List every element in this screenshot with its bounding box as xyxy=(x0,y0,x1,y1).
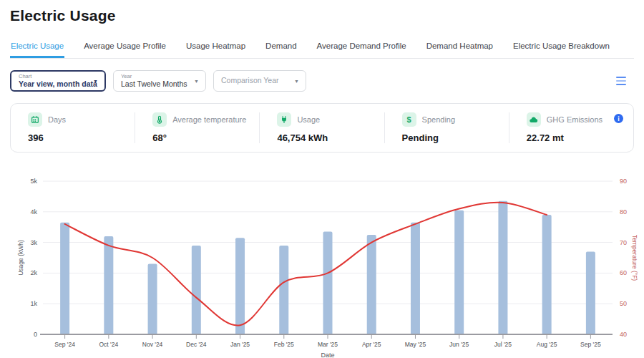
svg-text:3k: 3k xyxy=(30,239,37,246)
dollar-icon: $ xyxy=(402,112,416,127)
stat-label: GHG Emissions xyxy=(547,115,602,124)
stat-spending: $ Spending Pending xyxy=(384,112,509,143)
info-icon[interactable]: i xyxy=(614,114,623,123)
plug-icon xyxy=(277,112,291,127)
tab-electric-usage-breakdown[interactable]: Electric Usage Breakdown xyxy=(512,39,610,58)
svg-text:Jul '25: Jul '25 xyxy=(494,341,512,348)
svg-text:Sep '25: Sep '25 xyxy=(580,341,601,348)
svg-text:Nov '24: Nov '24 xyxy=(142,341,163,348)
svg-text:40: 40 xyxy=(620,331,627,338)
comparison-year-placeholder: Comparison Year xyxy=(221,76,287,85)
chart-select-label: Chart xyxy=(19,73,86,79)
svg-text:May '25: May '25 xyxy=(405,341,426,348)
stat-average-temperature: Average temperature 68° xyxy=(135,112,259,143)
tab-bar: Electric Usage Average Usage Profile Usa… xyxy=(10,39,634,59)
svg-text:Date: Date xyxy=(321,352,334,358)
svg-text:70: 70 xyxy=(620,239,627,246)
summary-stats: Days 396 Average temperature 68° Usage 4… xyxy=(10,103,634,153)
chart-type-select[interactable]: Chart Year view, month data ▼ xyxy=(10,70,106,92)
svg-text:Sep '24: Sep '24 xyxy=(54,341,75,348)
stat-label: Days xyxy=(48,115,66,124)
stat-usage: Usage 46,754 kWh xyxy=(259,112,384,143)
thermometer-icon xyxy=(152,112,167,127)
svg-text:90: 90 xyxy=(620,178,627,185)
tab-average-demand-profile[interactable]: Average Demand Profile xyxy=(316,39,407,58)
svg-text:Apr '25: Apr '25 xyxy=(362,341,381,348)
chart-select-value: Year view, month data xyxy=(19,79,86,89)
stat-ghg-emissions: GHG Emissions 22.72 mt i xyxy=(509,112,633,143)
tab-usage-heatmap[interactable]: Usage Heatmap xyxy=(185,39,246,58)
filter-bar: Chart Year view, month data ▼ Year Last … xyxy=(10,70,634,92)
chart-menu-icon[interactable] xyxy=(614,74,628,88)
stat-days: Days 396 xyxy=(11,112,135,143)
chevron-down-icon: ▼ xyxy=(294,79,299,84)
chevron-down-icon: ▼ xyxy=(93,79,98,84)
svg-text:Usage (kWh): Usage (kWh) xyxy=(17,240,24,276)
svg-text:0: 0 xyxy=(34,331,37,338)
svg-text:4k: 4k xyxy=(30,208,37,216)
svg-text:Temperature (°F): Temperature (°F) xyxy=(631,235,638,281)
svg-text:2k: 2k xyxy=(30,269,37,276)
svg-text:60: 60 xyxy=(620,269,627,276)
svg-text:1k: 1k xyxy=(30,300,37,307)
cloud-icon xyxy=(527,112,541,127)
svg-text:Aug '25: Aug '25 xyxy=(537,341,557,348)
svg-text:Oct '24: Oct '24 xyxy=(99,341,119,348)
year-select-label: Year xyxy=(121,73,187,79)
svg-text:Jun '25: Jun '25 xyxy=(449,341,469,348)
year-select-value: Last Twelve Months xyxy=(121,79,187,89)
svg-text:80: 80 xyxy=(620,208,627,216)
chevron-down-icon: ▼ xyxy=(194,79,199,84)
svg-text:Jan '25: Jan '25 xyxy=(230,341,250,348)
svg-text:Mar '25: Mar '25 xyxy=(318,341,338,348)
stat-label: Usage xyxy=(297,115,320,124)
tab-average-usage-profile[interactable]: Average Usage Profile xyxy=(83,39,167,58)
svg-text:5k: 5k xyxy=(30,178,37,185)
comparison-year-select[interactable]: Comparison Year ▼ xyxy=(213,70,306,92)
stat-label: Average temperature xyxy=(172,115,246,124)
stat-value: Pending xyxy=(402,132,497,143)
year-select[interactable]: Year Last Twelve Months ▼ xyxy=(113,70,206,92)
tab-electric-usage[interactable]: Electric Usage xyxy=(10,39,64,58)
stat-value: 46,754 kWh xyxy=(277,132,372,143)
page-title: Electric Usage xyxy=(10,7,634,24)
svg-text:50: 50 xyxy=(620,300,627,307)
stat-value: 68° xyxy=(152,132,248,143)
svg-text:Dec '24: Dec '24 xyxy=(186,341,207,348)
calendar-icon xyxy=(28,112,42,127)
tab-demand[interactable]: Demand xyxy=(265,39,297,58)
tab-demand-heatmap[interactable]: Demand Heatmap xyxy=(426,39,494,58)
stat-value: 396 xyxy=(28,132,123,143)
svg-text:Feb '25: Feb '25 xyxy=(274,341,294,348)
stat-value: 22.72 mt xyxy=(527,132,622,143)
usage-temperature-chart: 0401k502k603k704k805k90Sep '24Oct '24Nov… xyxy=(0,171,644,358)
stat-label: Spending xyxy=(422,115,456,124)
